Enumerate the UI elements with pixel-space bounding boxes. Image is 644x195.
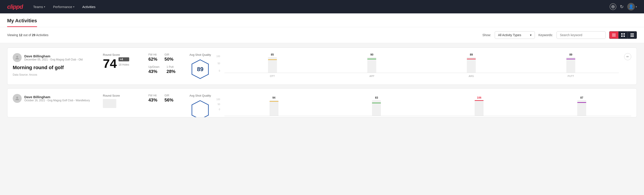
dropdown-chevron-icon: ▾ bbox=[530, 33, 532, 37]
bar-putt-2: 87 bbox=[532, 96, 631, 116]
player-name-2: Dave Billingham bbox=[24, 95, 90, 99]
activity-title: Morning round of golf bbox=[13, 65, 98, 70]
hexagon-container: 89 bbox=[190, 59, 211, 79]
score-section-2: Round Score bbox=[103, 94, 143, 108]
add-icon[interactable]: ⊕ bbox=[610, 3, 616, 10]
refresh-icon[interactable]: ↻ bbox=[620, 4, 624, 9]
logo[interactable]: clippd bbox=[7, 3, 23, 10]
score-number: 74 bbox=[103, 57, 117, 70]
svg-rect-7 bbox=[630, 34, 634, 34]
shot-quality-section-2: Avg Shot Quality 100 50 0 bbox=[190, 94, 631, 117]
activity-type-dropdown[interactable]: All Activity Types ▾ bbox=[495, 31, 535, 39]
player-info-2: Dave Billingham October 16, 2021 - Gog M… bbox=[13, 94, 98, 103]
card-left: Dave Billingham December 05, 2021 - Gog … bbox=[13, 53, 98, 76]
bar-label-arg: ARG bbox=[423, 75, 519, 78]
bar-label-putt: PUTT bbox=[523, 75, 619, 78]
svg-marker-13 bbox=[192, 100, 208, 117]
nav-item-activities[interactable]: Activities bbox=[79, 3, 99, 10]
avatar-chevron-icon: ▾ bbox=[636, 6, 637, 8]
stat-gir-2: GIR 56% bbox=[164, 94, 174, 103]
bar-app-2: 83 bbox=[327, 96, 426, 116]
activity-card: Dave Billingham December 05, 2021 - Gog … bbox=[7, 48, 637, 85]
svg-rect-6 bbox=[624, 36, 625, 37]
activity-card-2: Dave Billingham October 16, 2021 - Gog M… bbox=[7, 88, 637, 117]
page-title: My Activities bbox=[7, 18, 37, 27]
avatar bbox=[13, 53, 22, 62]
svg-rect-2 bbox=[612, 36, 616, 36]
score-badge: +4 bbox=[118, 57, 129, 61]
stats-section-2: FW Hit 43% GIR 56% bbox=[148, 94, 184, 106]
show-label: Show: bbox=[482, 33, 491, 37]
hexagon: 89 bbox=[191, 59, 209, 79]
avg-shot-quality-label-2: Avg Shot Quality bbox=[190, 94, 211, 97]
stat-fw-hit: FW Hit 62% bbox=[148, 53, 157, 62]
svg-rect-3 bbox=[621, 33, 622, 34]
data-source: Data Source: Arccos bbox=[13, 73, 98, 76]
bar-ott-2: 94 bbox=[224, 96, 324, 116]
keywords-label: Keywords: bbox=[538, 33, 553, 37]
nav-right: ⊕ ↻ 👤 ▾ bbox=[610, 3, 637, 10]
bar-chart: 100 50 0 85 90 bbox=[216, 55, 619, 78]
view-list-detail-button[interactable] bbox=[628, 32, 637, 38]
avg-shot-quality-label: Avg Shot Quality bbox=[190, 53, 211, 56]
bar-label-app: APP bbox=[324, 75, 420, 78]
bar-label-ott: OTT bbox=[224, 75, 320, 78]
avatar-2 bbox=[13, 94, 22, 103]
performance-chevron-icon: ▾ bbox=[73, 6, 74, 8]
nav-item-performance[interactable]: Performance ▾ bbox=[50, 3, 78, 10]
view-grid-button[interactable] bbox=[618, 32, 628, 38]
navbar: clippd Teams ▾ Performance ▾ Activities … bbox=[0, 0, 644, 14]
toolbar: Viewing 12 out of 29 Activities Show: Al… bbox=[0, 27, 644, 43]
teams-chevron-icon: ▾ bbox=[44, 6, 45, 8]
avatar: 👤 bbox=[627, 3, 635, 10]
svg-point-10 bbox=[16, 56, 18, 58]
viewing-count-text: Viewing 12 out of 29 Activities bbox=[7, 33, 479, 37]
stats-section: FW Hit 62% GIR 50% Up/Down 43% 1 Putt 28… bbox=[148, 53, 184, 78]
svg-rect-1 bbox=[612, 35, 616, 35]
svg-rect-4 bbox=[624, 33, 625, 34]
stat-updown: Up/Down 43% bbox=[148, 65, 159, 74]
stat-fw-hit-2: FW Hit 43% bbox=[148, 94, 157, 103]
player-date-2: October 16, 2021 - Gog Magog Golf Club -… bbox=[24, 99, 90, 102]
edit-button[interactable]: ✏ bbox=[624, 53, 631, 60]
main-content: Dave Billingham December 05, 2021 - Gog … bbox=[0, 43, 644, 126]
bar-putt: 89 bbox=[523, 53, 619, 73]
round-score-label: Round Score bbox=[103, 53, 143, 56]
round-score-label-2: Round Score bbox=[103, 94, 143, 97]
y-label-100: 100 bbox=[216, 55, 220, 58]
score-holes: 18 Holes bbox=[118, 63, 129, 66]
search-input[interactable] bbox=[556, 31, 606, 39]
bar-chart-2: 100 50 0 94 83 bbox=[216, 98, 631, 116]
player-info: Dave Billingham December 05, 2021 - Gog … bbox=[13, 53, 98, 62]
stat-gir: GIR 50% bbox=[164, 53, 174, 62]
nav-item-teams[interactable]: Teams ▾ bbox=[30, 3, 48, 10]
player-date: December 05, 2021 - Gog Magog Golf Club … bbox=[24, 58, 82, 61]
view-toggle bbox=[609, 31, 637, 39]
svg-rect-8 bbox=[630, 35, 634, 36]
y-label-0: 0 bbox=[219, 70, 220, 72]
y-label-50: 50 bbox=[218, 62, 220, 65]
player-name: Dave Billingham bbox=[24, 54, 82, 58]
user-avatar-button[interactable]: 👤 ▾ bbox=[627, 3, 637, 10]
shot-quality-section: Avg Shot Quality 89 100 50 0 bbox=[190, 53, 619, 79]
bar-app: 90 bbox=[324, 53, 420, 73]
svg-rect-0 bbox=[612, 34, 616, 34]
bar-ott: 85 bbox=[224, 53, 320, 73]
bar-arg: 89 bbox=[423, 53, 519, 73]
svg-rect-5 bbox=[621, 36, 622, 37]
hex-score: 89 bbox=[197, 66, 204, 73]
bar-arg-2: 106 bbox=[430, 96, 529, 116]
score-section: Round Score 74 +4 18 Holes bbox=[103, 53, 143, 70]
page-header: My Activities bbox=[0, 14, 644, 27]
card-left-2: Dave Billingham October 16, 2021 - Gog M… bbox=[13, 94, 98, 106]
stat-1putt: 1 Putt 28% bbox=[166, 65, 176, 74]
svg-rect-9 bbox=[630, 36, 634, 37]
svg-point-12 bbox=[16, 96, 18, 98]
nav-links: Teams ▾ Performance ▾ Activities bbox=[30, 3, 602, 10]
view-list-compact-button[interactable] bbox=[610, 32, 618, 38]
